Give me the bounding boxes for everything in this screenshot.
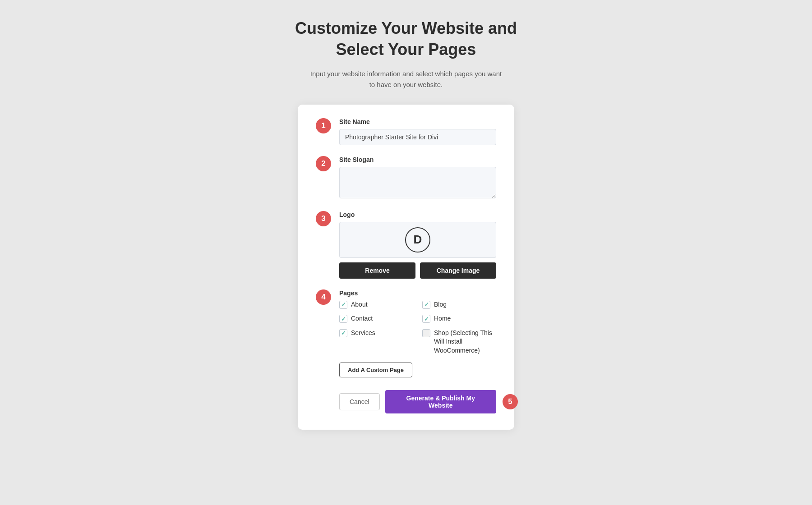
check-icon-services: ✓: [341, 330, 346, 336]
checkbox-contact[interactable]: ✓: [339, 315, 347, 323]
step5-badge: 5: [503, 394, 518, 409]
footer-actions: Cancel Generate & Publish My Website 5: [339, 390, 496, 413]
check-icon-about: ✓: [341, 302, 346, 308]
page-label-shop: Shop (Selecting This Will Install WooCom…: [434, 329, 496, 355]
check-icon-contact: ✓: [341, 316, 346, 322]
change-image-button[interactable]: Change Image: [420, 262, 496, 279]
page-label-about: About: [351, 300, 368, 309]
logo-letter: D: [414, 233, 422, 247]
page-item-contact[interactable]: ✓ Contact: [339, 314, 413, 323]
site-slogan-input[interactable]: [339, 167, 496, 198]
checkbox-services[interactable]: ✓: [339, 329, 347, 337]
page-label-home: Home: [434, 314, 451, 323]
card-inner: 1 Site Name 2 Site Slogan 3 Logo D Remov…: [316, 118, 496, 413]
step4-badge: 4: [316, 289, 331, 305]
step3-badge: 3: [316, 211, 331, 226]
step2-label: Site Slogan: [339, 156, 496, 163]
checkbox-home[interactable]: ✓: [422, 315, 430, 323]
add-custom-page-button[interactable]: Add A Custom Page: [339, 363, 412, 377]
page-item-blog[interactable]: ✓ Blog: [422, 300, 496, 309]
remove-logo-button[interactable]: Remove: [339, 262, 415, 279]
page-item-services[interactable]: ✓ Services: [339, 329, 413, 355]
page-item-home[interactable]: ✓ Home: [422, 314, 496, 323]
site-name-input[interactable]: [339, 129, 496, 145]
checkbox-about[interactable]: ✓: [339, 301, 347, 309]
step1-label: Site Name: [339, 118, 496, 125]
checkbox-shop[interactable]: [422, 329, 430, 337]
step4-section: 4 Pages ✓ About ✓ Blog: [339, 289, 496, 377]
step1-section: 1 Site Name: [339, 118, 496, 145]
logo-buttons: Remove Change Image: [339, 262, 496, 279]
step1-badge: 1: [316, 118, 331, 133]
logo-preview: D: [339, 222, 496, 258]
step2-badge: 2: [316, 156, 331, 171]
page-item-about[interactable]: ✓ About: [339, 300, 413, 309]
page-item-shop[interactable]: Shop (Selecting This Will Install WooCom…: [422, 329, 496, 355]
publish-button[interactable]: Generate & Publish My Website: [385, 390, 496, 413]
page-label-blog: Blog: [434, 300, 447, 309]
step2-section: 2 Site Slogan: [339, 156, 496, 200]
checkbox-blog[interactable]: ✓: [422, 301, 430, 309]
cancel-button[interactable]: Cancel: [339, 393, 380, 410]
pages-grid: ✓ About ✓ Blog ✓ Contact: [339, 300, 496, 355]
check-icon-home: ✓: [424, 316, 429, 322]
page-title: Customize Your Website and Select Your P…: [295, 18, 517, 60]
step4-label: Pages: [339, 289, 496, 297]
step3-label: Logo: [339, 211, 496, 218]
page-subtitle: Input your website information and selec…: [307, 69, 505, 90]
page-label-contact: Contact: [351, 314, 373, 323]
check-icon-blog: ✓: [424, 302, 429, 308]
step3-section: 3 Logo D Remove Change Image: [339, 211, 496, 279]
main-card: 1 Site Name 2 Site Slogan 3 Logo D Remov…: [298, 105, 514, 430]
page-label-services: Services: [351, 329, 375, 338]
logo-circle: D: [405, 227, 430, 252]
